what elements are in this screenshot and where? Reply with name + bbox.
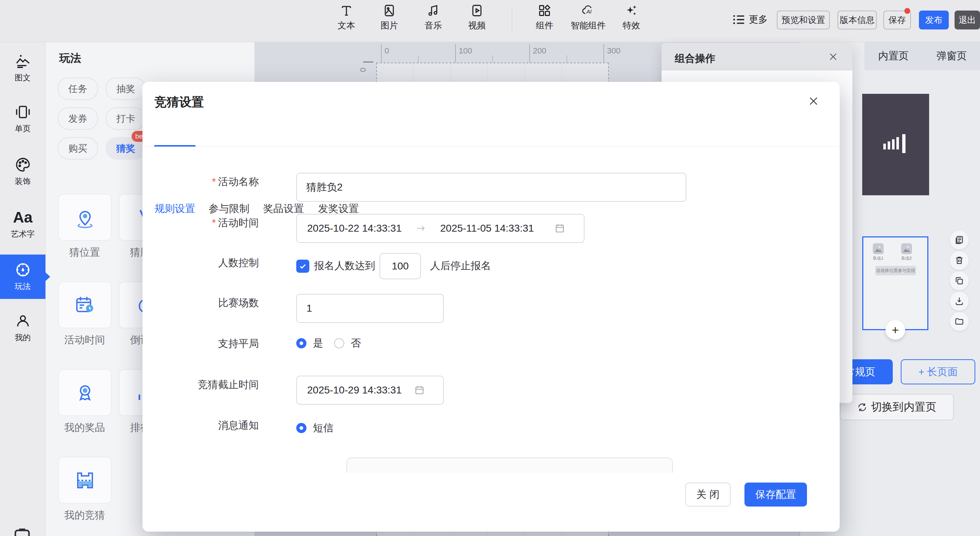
partial-bottom-icon[interactable] <box>13 528 31 536</box>
page-thumbnail-dark[interactable] <box>862 94 929 195</box>
rounds-input[interactable]: 1 <box>296 294 444 323</box>
card-my-guesses[interactable] <box>58 457 111 504</box>
activity-name-input[interactable]: 猜胜负2 <box>296 173 686 202</box>
image-text-icon <box>14 53 31 69</box>
count-suffix: 人后停止报名 <box>430 261 491 271</box>
ruler-tick-0: 0 <box>385 46 389 56</box>
svg-text:AI: AI <box>586 8 592 14</box>
sidebar-item-decoration[interactable]: 装饰 <box>0 156 45 187</box>
video-icon <box>470 4 484 18</box>
count-checkbox[interactable] <box>296 260 309 273</box>
ruler-corner-line <box>363 61 373 62</box>
combo-close-icon[interactable] <box>828 52 838 62</box>
plus-icon: + <box>892 324 899 336</box>
range-arrow-icon <box>416 225 426 231</box>
tool-effects[interactable]: 特效 <box>609 4 654 39</box>
tab-builtin-page[interactable]: 内置页 <box>864 42 923 70</box>
palette-icon <box>14 156 31 173</box>
modal-title: 竞猜设置 <box>154 94 204 110</box>
ai-cloud-icon: AI <box>581 4 595 18</box>
ruler-tick-100: 100 <box>459 46 472 56</box>
vertical-ruler-tick: 0 <box>358 68 368 72</box>
count-label: 人数控制 <box>164 256 259 270</box>
ruler-tick-200: 200 <box>533 46 546 56</box>
tool-text[interactable]: 文本 <box>324 4 369 39</box>
pill-lottery[interactable]: 抽奖 <box>105 77 146 100</box>
team2-label: 队伍2 <box>896 256 918 261</box>
page-thumbnail-selected[interactable]: 队伍1 队伍2 请选择位置参与竞猜 <box>862 236 928 330</box>
modal-close-icon[interactable] <box>808 95 819 107</box>
card-guess-location[interactable] <box>58 194 111 241</box>
partial-content-box <box>347 458 673 473</box>
add-long-page-button[interactable]: + 长页面 <box>901 359 975 384</box>
pill-checkin[interactable]: 打卡 <box>105 107 146 130</box>
sidebar-item-mine[interactable]: 我的 <box>0 313 45 343</box>
tool-music[interactable]: 音乐 <box>411 4 455 39</box>
duplicate-page-button[interactable] <box>950 271 969 290</box>
sidebar-item-page[interactable]: 单页 <box>0 104 45 134</box>
delete-page-button[interactable] <box>950 251 969 270</box>
top-toolbar: 文本 图片 音乐 视频 <box>0 0 980 42</box>
rounds-label: 比赛场数 <box>164 296 259 310</box>
tool-ai-components[interactable]: AI 智能组件 <box>566 4 610 39</box>
deadline-label: 竞猜截止时间 <box>164 378 259 392</box>
check-icon <box>298 262 307 271</box>
download-page-button[interactable] <box>950 292 969 311</box>
team2-placeholder-icon <box>901 243 912 254</box>
notify-sms-radio[interactable] <box>296 423 306 433</box>
draw-no-radio[interactable] <box>334 338 344 348</box>
tool-video[interactable]: 视频 <box>455 4 499 39</box>
sidebar-item-plays[interactable]: 玩法 <box>0 255 45 299</box>
team1-label: 队伍1 <box>867 256 889 261</box>
activity-time-range-picker[interactable]: 2025-10-22 14:33:31 2025-11-05 14:33:31 <box>296 214 584 243</box>
notify-sms-label: 短信 <box>313 423 333 433</box>
pill-task[interactable]: 任务 <box>57 77 98 100</box>
switch-to-builtin-button[interactable]: 切换到内置页 <box>840 394 954 420</box>
copy-doc-icon <box>955 235 964 245</box>
editor-app: 0 100 200 300 0 内置页 弹窗页 <box>0 0 980 536</box>
sidebar-item-media[interactable]: 图文 <box>0 53 45 83</box>
combo-panel-header: 组合操作 <box>662 43 853 70</box>
exit-button[interactable]: 退出 <box>955 11 980 29</box>
modal-close-button[interactable]: 关 闭 <box>685 483 731 507</box>
tab-popup-page[interactable]: 弹窗页 <box>923 42 980 70</box>
pill-coupon[interactable]: 发券 <box>57 107 98 130</box>
deadline-picker[interactable]: 2025-10-29 14:33:31 <box>296 376 444 405</box>
add-page-section-button[interactable]: + <box>886 320 905 340</box>
card-my-prizes[interactable] <box>58 369 111 416</box>
card-label: 我的竞猜 <box>48 508 121 522</box>
tool-components[interactable]: 组件 <box>522 4 567 39</box>
sidebar-item-wordart[interactable]: Aa 艺术字 <box>0 209 45 239</box>
calendar-icon <box>554 223 565 234</box>
refresh-icon <box>857 402 867 412</box>
text-icon <box>339 4 353 18</box>
image-icon <box>382 4 396 18</box>
plays-panel-title: 玩法 <box>59 51 81 66</box>
download-icon <box>955 297 964 306</box>
modal-save-config-button[interactable]: 保存配置 <box>745 483 807 507</box>
folder-button[interactable] <box>950 312 969 331</box>
draw-no-label: 否 <box>351 338 361 348</box>
preview-settings-button[interactable]: 预览和设置 <box>777 11 830 29</box>
count-input[interactable]: 100 <box>380 253 421 279</box>
calendar-clock-icon <box>74 294 96 316</box>
sparkles-icon <box>625 4 638 18</box>
name-label: *活动名称 <box>164 175 259 189</box>
draw-yes-radio[interactable] <box>296 338 306 348</box>
draw-yes-label: 是 <box>313 338 323 348</box>
publish-button[interactable]: 发布 <box>919 11 949 29</box>
thumb-hint-chip: 请选择位置参与竞猜 <box>875 266 916 275</box>
copy-page-button[interactable] <box>950 231 969 249</box>
person-icon <box>14 313 31 329</box>
team1-placeholder-icon <box>873 243 884 254</box>
version-info-button[interactable]: 版本信息 <box>837 11 877 29</box>
tool-image[interactable]: 图片 <box>367 4 412 39</box>
gauge-icon <box>14 262 31 278</box>
music-icon <box>426 4 440 18</box>
more-menu[interactable]: 更多 <box>733 13 768 26</box>
main-sidebar: 图文 单页 装饰 Aa 艺术字 <box>0 42 46 536</box>
toolbar-divider <box>512 8 512 34</box>
card-activity-time[interactable] <box>58 281 111 329</box>
pill-purchase[interactable]: 购买 <box>57 137 98 160</box>
active-item-notch <box>45 272 50 281</box>
